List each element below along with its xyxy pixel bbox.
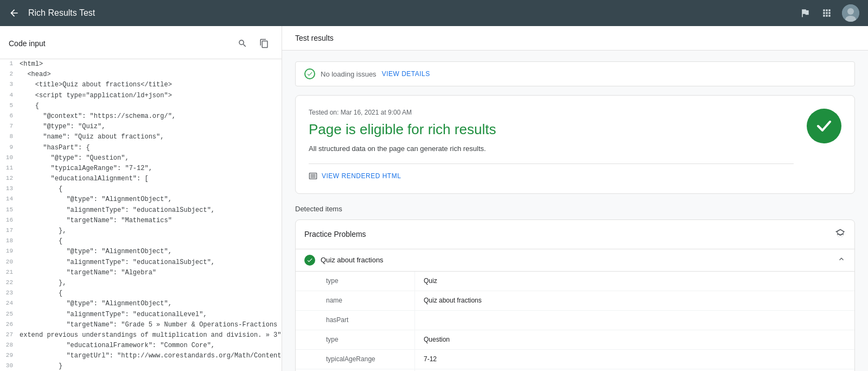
line-number: 14	[0, 194, 20, 205]
property-value: Question	[415, 330, 854, 349]
avatar[interactable]	[842, 4, 859, 22]
line-number: 22	[0, 278, 20, 288]
code-line: 15 "alignmentType": "educationalSubject"…	[0, 205, 282, 216]
line-content: }	[20, 361, 282, 371]
line-number: 8	[0, 132, 20, 142]
line-content: "educationalAlignment": [	[20, 174, 282, 184]
line-content: <title>Quiz about fractions</title>	[20, 80, 282, 90]
property-value: 7-12	[415, 350, 854, 369]
line-content: "targetName": "Mathematics"	[20, 216, 282, 226]
apps-icon[interactable]	[820, 7, 833, 20]
left-panel: Code input 1<html>2 <head>3 <title>Quiz …	[0, 26, 282, 371]
code-line: 17 },	[0, 226, 282, 236]
code-line: 18 {	[0, 236, 282, 247]
line-content: {	[20, 236, 282, 247]
code-line: 13 {	[0, 184, 282, 194]
line-number: 21	[0, 268, 20, 278]
flag-icon[interactable]	[799, 7, 812, 20]
line-content: extend previous understandings of multip…	[20, 330, 282, 341]
property-key: typicalAgeRange	[296, 350, 415, 369]
search-button[interactable]	[234, 35, 251, 52]
code-line: 10 "@type": "Question",	[0, 153, 282, 164]
line-content: },	[20, 278, 282, 288]
code-line: 2 <head>	[0, 70, 282, 80]
left-panel-header: Code input	[0, 26, 282, 59]
line-content: <script type="application/ld+json">	[20, 91, 282, 101]
results-card: Tested on: Mar 16, 2021 at 9:00 AM Page …	[295, 95, 855, 194]
line-number: 10	[0, 153, 20, 164]
property-row: typeQuestion	[296, 330, 854, 350]
code-area[interactable]: 1<html>2 <head>3 <title>Quiz about fract…	[0, 59, 282, 371]
line-number: 12	[0, 174, 20, 184]
code-line: 11 "typicalAgeRange": "7-12",	[0, 164, 282, 174]
code-line: 9 "hasPart": {	[0, 143, 282, 153]
line-number: 9	[0, 143, 20, 153]
view-details-link[interactable]: VIEW DETAILS	[382, 70, 430, 78]
line-content: "alignmentType": "educationalSubject",	[20, 257, 282, 268]
line-content: "targetName": "Algebra"	[20, 268, 282, 278]
code-line: 14 "@type": "AlignmentObject",	[0, 194, 282, 205]
line-number: 18	[0, 236, 20, 247]
property-key: type	[296, 330, 415, 349]
line-content: "@type": "Quiz",	[20, 122, 282, 132]
chevron-up-icon	[837, 255, 846, 265]
line-content: "@type": "Question",	[20, 153, 282, 164]
line-content: "@type": "AlignmentObject",	[20, 194, 282, 205]
view-rendered-button[interactable]: VIEW RENDERED HTML	[309, 172, 794, 180]
results-divider	[309, 164, 794, 164]
code-line: 12 "educationalAlignment": [	[0, 174, 282, 184]
code-line: 29 "targetUrl": "http://www.corestandard…	[0, 351, 282, 361]
topbar-actions	[799, 4, 859, 22]
line-content: "typicalAgeRange": "7-12",	[20, 164, 282, 174]
results-desc: All structured data on the page can gene…	[309, 144, 794, 153]
detected-card-header: Practice Problems	[296, 220, 854, 249]
detected-card-title: Practice Problems	[304, 230, 366, 238]
line-number: 5	[0, 101, 20, 111]
view-rendered-label: VIEW RENDERED HTML	[322, 172, 401, 180]
graduation-icon	[835, 228, 846, 241]
property-key: type	[296, 272, 415, 291]
back-button[interactable]	[9, 8, 20, 18]
code-line: 7 "@type": "Quiz",	[0, 122, 282, 132]
svg-point-1	[847, 8, 854, 15]
tested-on: Tested on: Mar 16, 2021 at 9:00 AM	[309, 109, 794, 116]
line-content: "targetName": "Grade 5 » Number & Operat…	[20, 320, 282, 330]
results-title: Page is eligible for rich results	[309, 121, 794, 139]
code-line: 30 }	[0, 361, 282, 371]
line-content: "educationalFramework": "Common Core",	[20, 341, 282, 351]
code-line: 21 "targetName": "Algebra"	[0, 268, 282, 278]
main-layout: Code input 1<html>2 <head>3 <title>Quiz …	[0, 26, 868, 371]
right-content: No loading issues VIEW DETAILS Tested on…	[282, 51, 868, 371]
code-line: 26 "targetName": "Grade 5 » Number & Ope…	[0, 320, 282, 330]
line-number: 2	[0, 70, 20, 80]
code-line: 16 "targetName": "Mathematics"	[0, 216, 282, 226]
code-line: 20 "alignmentType": "educationalSubject"…	[0, 257, 282, 268]
item-header-row[interactable]: Quiz about fractions	[296, 249, 854, 272]
line-number: 20	[0, 257, 20, 268]
detected-label: Detected items	[295, 205, 855, 213]
line-number: 16	[0, 216, 20, 226]
line-content: "@type": "AlignmentObject",	[20, 247, 282, 257]
line-content: {	[20, 184, 282, 194]
copy-button[interactable]	[256, 35, 273, 52]
line-content: <head>	[20, 70, 282, 80]
line-number: 1	[0, 59, 20, 70]
left-panel-title: Code input	[9, 39, 46, 48]
code-line: 28 "educationalFramework": "Common Core"…	[0, 341, 282, 351]
line-content: "@type": "AlignmentObject",	[20, 299, 282, 309]
status-ok-icon	[304, 68, 315, 79]
property-row: hasPart	[296, 311, 854, 330]
property-value	[415, 311, 854, 330]
panel-header-actions	[234, 35, 273, 52]
code-line: 6 "@context": "https://schema.org/",	[0, 111, 282, 122]
topbar: Rich Results Test	[0, 0, 868, 26]
item-check-icon	[304, 255, 315, 266]
code-line: 19 "@type": "AlignmentObject",	[0, 247, 282, 257]
line-number: 30	[0, 361, 20, 371]
code-line: 3 <title>Quiz about fractions</title>	[0, 80, 282, 90]
code-line: 27extend previous understandings of mult…	[0, 330, 282, 341]
code-line: 25 "alignmentType": "educationalLevel",	[0, 310, 282, 320]
property-row: typicalAgeRange7-12	[296, 350, 854, 369]
topbar-title: Rich Results Test	[28, 8, 792, 18]
line-number: 27	[0, 330, 20, 341]
